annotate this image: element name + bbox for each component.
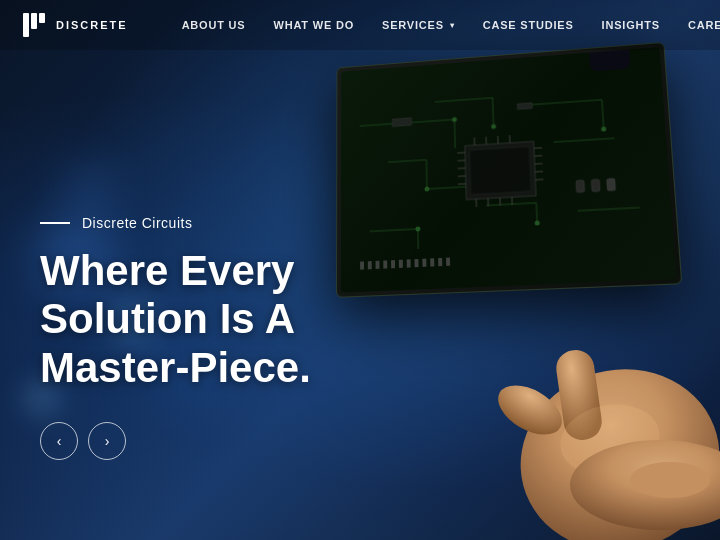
svg-line-4 <box>427 187 466 189</box>
svg-line-2 <box>388 160 426 162</box>
hero-section: DISCRETE ABOUT US WHAT WE DO SERVICES ▾ … <box>0 0 720 540</box>
services-dropdown-arrow: ▾ <box>450 21 455 30</box>
logo-icon <box>20 10 50 40</box>
prev-arrow-button[interactable]: ‹ <box>40 422 78 460</box>
nav-item-insights[interactable]: INSIGHTS <box>588 0 674 50</box>
nav-menu: ABOUT US WHAT WE DO SERVICES ▾ CASE STUD… <box>168 0 720 50</box>
hero-content: Discrete Circuits Where Every Solution I… <box>40 215 440 460</box>
svg-rect-25 <box>470 147 531 195</box>
logo-area: DISCRETE <box>20 10 128 40</box>
svg-line-12 <box>578 208 640 211</box>
svg-line-9 <box>536 203 537 223</box>
nav-item-about[interactable]: ABOUT US <box>168 0 260 50</box>
bokeh-3 <box>58 162 118 222</box>
svg-point-16 <box>424 186 429 191</box>
hero-nav-arrows: ‹ › <box>40 422 440 460</box>
svg-rect-44 <box>576 180 585 193</box>
svg-line-5 <box>532 100 602 105</box>
subtitle-text: Discrete Circuits <box>82 215 192 231</box>
svg-line-14 <box>435 98 493 102</box>
svg-line-8 <box>486 203 536 206</box>
subtitle-dash <box>40 222 70 224</box>
nav-item-what-we-do[interactable]: WHAT WE DO <box>259 0 368 50</box>
svg-line-13 <box>493 98 494 127</box>
svg-line-6 <box>602 100 604 129</box>
svg-line-3 <box>426 160 427 189</box>
svg-line-1 <box>454 120 455 149</box>
hero-title-line1: Where Every Solution Is A <box>40 247 295 342</box>
nav-item-services[interactable]: SERVICES ▾ <box>368 0 469 50</box>
nav-item-careers[interactable]: CAREERS <box>674 0 720 50</box>
nav-item-services-label: SERVICES <box>382 19 444 31</box>
svg-point-20 <box>491 124 496 129</box>
svg-rect-22 <box>517 103 532 110</box>
svg-point-15 <box>452 117 457 122</box>
svg-rect-45 <box>591 179 600 192</box>
svg-rect-66 <box>31 13 37 29</box>
svg-rect-21 <box>392 118 411 127</box>
svg-rect-67 <box>39 13 45 23</box>
subtitle-line: Discrete Circuits <box>40 215 440 231</box>
svg-line-7 <box>554 138 615 142</box>
svg-point-18 <box>535 220 540 225</box>
hero-title: Where Every Solution Is A Master-Piece. <box>40 247 440 392</box>
svg-point-17 <box>601 126 606 131</box>
svg-point-64 <box>630 462 710 498</box>
logo-text: DISCRETE <box>56 19 128 31</box>
svg-rect-65 <box>23 13 29 37</box>
svg-rect-46 <box>607 178 616 191</box>
hero-title-line2: Master-Piece. <box>40 344 311 391</box>
navbar: DISCRETE ABOUT US WHAT WE DO SERVICES ▾ … <box>0 0 720 50</box>
next-arrow-button[interactable]: › <box>88 422 126 460</box>
nav-item-case-studies[interactable]: CASE STUDIES <box>469 0 588 50</box>
